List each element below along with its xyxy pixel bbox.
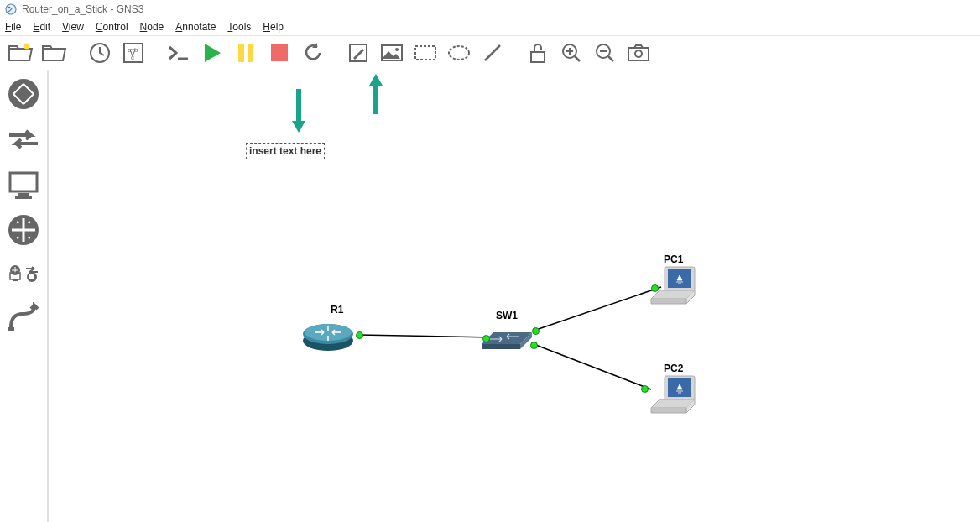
pause-all-button[interactable]: [232, 39, 260, 67]
svg-rect-21: [531, 52, 545, 62]
svg-point-17: [395, 48, 399, 51]
console-icon: [168, 44, 190, 62]
port-r1: [356, 331, 363, 339]
snapshot-button[interactable]: [86, 39, 114, 67]
zoom-in-button[interactable]: [557, 39, 586, 67]
unlock-icon: [528, 42, 548, 64]
show-labels-button[interactable]: abc: [119, 39, 148, 67]
draw-rectangle-button[interactable]: [411, 39, 440, 67]
clock-icon: [89, 42, 111, 64]
arrow-annotation-1: [284, 86, 317, 136]
svg-point-2: [24, 44, 30, 50]
monitor-icon: [7, 170, 40, 200]
zoom-in-icon: [560, 42, 582, 64]
svg-line-42: [534, 287, 661, 331]
reload-icon: [302, 42, 324, 64]
open-project-button[interactable]: [40, 39, 69, 67]
svg-rect-12: [238, 44, 244, 62]
node-label-r1[interactable]: R1: [331, 304, 343, 316]
port-sw1-topright: [532, 327, 540, 335]
arrow-annotation-2: [363, 74, 388, 116]
console-all-button[interactable]: [164, 39, 193, 67]
picture-icon: [380, 44, 404, 62]
svg-line-27: [608, 56, 613, 61]
menu-node[interactable]: Node: [140, 21, 164, 33]
rectangle-icon: [414, 44, 437, 61]
camera-icon: [627, 44, 650, 62]
link-icon: [6, 302, 41, 332]
node-label-pc2[interactable]: PC2: [664, 363, 683, 374]
svg-rect-13: [248, 44, 253, 62]
port-pc1: [651, 284, 659, 292]
svg-line-43: [534, 344, 651, 389]
links-layer: [49, 70, 972, 522]
svg-line-20: [485, 45, 500, 60]
start-all-button[interactable]: [198, 39, 227, 67]
reload-all-button[interactable]: [299, 39, 327, 67]
menu-control[interactable]: Control: [96, 21, 128, 33]
draw-ellipse-button[interactable]: [445, 39, 473, 67]
svg-text:c: c: [131, 54, 134, 61]
main-toolbar: abc: [0, 35, 980, 70]
stop-all-button[interactable]: [265, 39, 294, 67]
end-devices-button[interactable]: [5, 166, 42, 203]
screenshot-button[interactable]: [624, 39, 653, 67]
routers-button[interactable]: [5, 76, 42, 112]
note-icon: [347, 42, 369, 64]
device-toolbar: [0, 70, 49, 522]
title-bar: Router_on_a_Stick - GNS3: [0, 0, 980, 18]
svg-rect-18: [415, 46, 435, 60]
app-icon: [5, 3, 17, 15]
svg-rect-32: [10, 173, 37, 191]
svg-rect-34: [15, 196, 32, 199]
svg-rect-33: [18, 193, 29, 196]
menu-edit[interactable]: Edit: [33, 21, 50, 33]
svg-rect-38: [13, 279, 18, 281]
window-title: Router_on_a_Stick - GNS3: [22, 3, 143, 15]
add-link-button[interactable]: [5, 299, 42, 336]
stop-icon: [269, 43, 289, 63]
menu-tools[interactable]: Tools: [227, 21, 251, 33]
all-devices-icon-c: [8, 271, 23, 283]
svg-point-30: [635, 50, 642, 57]
svg-rect-37: [10, 273, 20, 279]
security-devices-button[interactable]: [5, 211, 42, 248]
port-sw1-bottomright: [530, 342, 538, 349]
draw-line-button[interactable]: [478, 39, 507, 67]
switches-button[interactable]: [5, 121, 42, 158]
svg-rect-40: [29, 274, 34, 279]
text-annotation[interactable]: insert text here: [246, 143, 325, 159]
node-label-sw1[interactable]: SW1: [496, 310, 518, 321]
lock-items-button[interactable]: [524, 39, 552, 67]
menu-bar: File Edit View Control Node Annotate Too…: [0, 18, 980, 35]
menu-file[interactable]: File: [5, 21, 21, 33]
all-devices-button[interactable]: [5, 257, 42, 284]
port-sw1-left: [482, 335, 490, 342]
menu-help[interactable]: Help: [263, 21, 284, 33]
new-project-button[interactable]: [7, 39, 35, 67]
security-icon: [7, 213, 40, 247]
add-note-button[interactable]: [344, 39, 373, 67]
topology-canvas[interactable]: insert text here R1 SW1 PC1: [49, 70, 980, 522]
pc-node-pc2[interactable]: [648, 374, 700, 418]
insert-picture-button[interactable]: [378, 39, 406, 67]
svg-point-19: [449, 46, 469, 60]
svg-rect-14: [271, 44, 288, 61]
folder-new-icon: [8, 43, 34, 63]
menu-annotate[interactable]: Annotate: [175, 21, 216, 33]
svg-point-1: [8, 6, 11, 8]
pause-icon: [237, 42, 255, 64]
labels-icon: abc: [122, 42, 144, 64]
ellipse-icon: [447, 44, 471, 61]
svg-point-31: [8, 79, 39, 109]
svg-line-41: [359, 335, 493, 337]
router-category-icon: [7, 77, 40, 111]
router-node-r1[interactable]: [300, 317, 356, 352]
zoom-out-button[interactable]: [591, 39, 619, 67]
folder-open-icon: [42, 43, 67, 63]
zoom-out-icon: [594, 42, 616, 64]
menu-view[interactable]: View: [62, 21, 84, 33]
svg-line-23: [575, 56, 580, 61]
line-icon: [482, 42, 503, 64]
node-label-pc1[interactable]: PC1: [664, 253, 683, 265]
